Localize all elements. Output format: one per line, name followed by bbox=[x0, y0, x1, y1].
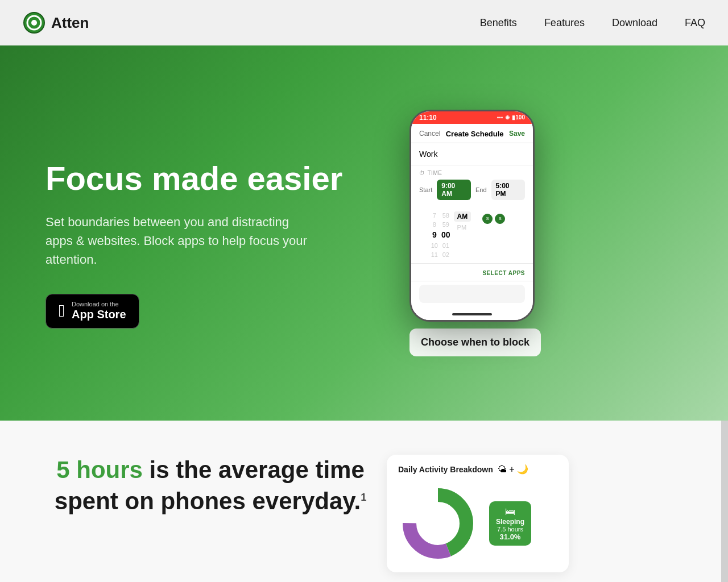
end-time-pill[interactable]: 5:00 PM bbox=[491, 180, 525, 200]
app-store-button[interactable]:  Download on the App Store bbox=[46, 294, 139, 329]
picker-min-02: 02 bbox=[442, 251, 449, 259]
lower-left: 5 hours is the average time spent on pho… bbox=[46, 455, 375, 517]
clock-icon: ⏱ bbox=[419, 170, 425, 176]
picker-min-00: 00 bbox=[441, 230, 450, 240]
sleeping-hours: 7.5 hours bbox=[496, 526, 524, 533]
hero-subtitle: Set boundaries between you and distracti… bbox=[46, 213, 318, 269]
phone-status-bar: 11:10 ▪▪▪ ⊕ ▮100 bbox=[411, 111, 533, 124]
signal-icon: ▪▪▪ bbox=[497, 114, 503, 120]
ampm-picker: AM PM bbox=[454, 211, 471, 259]
picker-hour-10: 10 bbox=[431, 242, 438, 250]
activity-title: Daily Activity Breakdown bbox=[398, 465, 493, 474]
picker-pm: PM bbox=[454, 223, 471, 232]
stat-text: 5 hours is the average time spent on pho… bbox=[46, 455, 375, 517]
day-circles: S S bbox=[474, 211, 513, 259]
phone-caption: Choose when to block bbox=[410, 329, 541, 356]
start-time-pill[interactable]: 9:00 AM bbox=[437, 180, 471, 200]
stat-hours: 5 hours bbox=[56, 456, 143, 483]
chart-legend: 🛏 Sleeping 7.5 hours 31.0% bbox=[489, 501, 531, 546]
nav-faq[interactable]: FAQ bbox=[685, 17, 705, 29]
logo-area: Atten bbox=[23, 11, 89, 34]
phone-caption-text: Choose when to block bbox=[421, 336, 530, 348]
picker-min-58: 58 bbox=[442, 211, 449, 219]
time-picker[interactable]: 7 8 9 10 11 58 59 00 01 02 AM bbox=[411, 209, 533, 264]
day-s1[interactable]: S bbox=[482, 214, 493, 224]
wifi-icon: ⊕ bbox=[505, 114, 510, 120]
status-icons: ▪▪▪ ⊕ ▮100 bbox=[497, 114, 525, 120]
phone-frame: 11:10 ▪▪▪ ⊕ ▮100 Cancel Create Schedule … bbox=[410, 110, 535, 322]
apple-icon:  bbox=[59, 301, 65, 321]
activity-icons: 🌤 + 🌙 bbox=[498, 464, 528, 475]
donut-chart-area: 🛏 Sleeping 7.5 hours 31.0% bbox=[398, 484, 557, 563]
nav-download[interactable]: Download bbox=[612, 17, 657, 29]
hour-picker-col: 7 8 9 10 11 bbox=[431, 211, 438, 259]
atten-logo-icon bbox=[23, 11, 46, 34]
apps-placeholder bbox=[419, 285, 525, 303]
phone-screen: Cancel Create Schedule Save Work ⏱ TIME … bbox=[411, 124, 533, 320]
navbar: Atten Benefits Features Download FAQ bbox=[0, 0, 728, 45]
picker-min-59: 59 bbox=[442, 221, 449, 228]
picker-min-01: 01 bbox=[442, 242, 449, 250]
stat-footnote: 1 bbox=[361, 492, 366, 503]
start-label: Start bbox=[419, 186, 432, 193]
select-apps-btn[interactable]: SELECT APPS bbox=[482, 270, 525, 276]
sleeping-pct: 31.0% bbox=[496, 533, 524, 541]
end-label: End bbox=[475, 186, 487, 193]
picker-hour-11: 11 bbox=[431, 251, 438, 259]
min-picker-col: 58 59 00 01 02 bbox=[441, 211, 450, 259]
day-s2[interactable]: S bbox=[495, 214, 505, 224]
picker-hour-7: 7 bbox=[433, 211, 436, 219]
phone-name-field[interactable]: Work bbox=[411, 143, 533, 165]
nav-links: Benefits Features Download FAQ bbox=[480, 17, 705, 29]
picker-hour-8: 8 bbox=[433, 221, 436, 228]
battery-icon: ▮100 bbox=[512, 114, 525, 120]
nav-benefits[interactable]: Benefits bbox=[480, 17, 517, 29]
donut-chart bbox=[398, 484, 478, 563]
time-start-row: Start 9:00 AM End 5:00 PM bbox=[419, 180, 525, 200]
hero-content: Focus made easier Set boundaries between… bbox=[46, 138, 375, 329]
phone-select-area bbox=[411, 281, 533, 309]
picker-hour-9: 9 bbox=[432, 230, 437, 240]
lower-section: 5 hours is the average time spent on pho… bbox=[0, 421, 728, 582]
app-store-btn-text: Download on the App Store bbox=[72, 301, 126, 321]
sleeping-card: 🛏 Sleeping 7.5 hours 31.0% bbox=[489, 501, 531, 546]
hero-section: Focus made easier Set boundaries between… bbox=[0, 45, 728, 421]
home-indicator bbox=[452, 313, 492, 315]
lower-right: Daily Activity Breakdown 🌤 + 🌙 🛏 Sleepin… bbox=[375, 455, 569, 572]
activity-card-header: Daily Activity Breakdown 🌤 + 🌙 bbox=[398, 464, 557, 475]
hero-title: Focus made easier bbox=[46, 160, 375, 197]
logo-text: Atten bbox=[51, 14, 89, 32]
time-section-label: ⏱ TIME bbox=[419, 170, 525, 176]
phone-time-section: ⏱ TIME Start 9:00 AM End 5:00 PM bbox=[411, 165, 533, 209]
nav-features[interactable]: Features bbox=[544, 17, 585, 29]
svg-point-2 bbox=[31, 20, 37, 26]
phone-field-value: Work bbox=[419, 149, 437, 159]
phone-mockup-area: 11:10 ▪▪▪ ⊕ ▮100 Cancel Create Schedule … bbox=[410, 110, 541, 356]
phone-screen-title: Create Schedule bbox=[446, 130, 504, 138]
phone-home-indicator-area bbox=[411, 309, 533, 320]
phone-cancel-btn[interactable]: Cancel bbox=[419, 130, 440, 138]
select-apps-row: SELECT APPS bbox=[411, 264, 533, 281]
app-store-line2: App Store bbox=[72, 307, 126, 321]
sleeping-icon: 🛏 bbox=[496, 506, 524, 518]
picker-am: AM bbox=[454, 211, 471, 222]
phone-save-btn[interactable]: Save bbox=[509, 130, 525, 138]
sleeping-label: Sleeping bbox=[496, 518, 524, 526]
phone-screen-header: Cancel Create Schedule Save bbox=[411, 124, 533, 143]
status-time: 11:10 bbox=[419, 114, 437, 122]
app-store-line1: Download on the bbox=[72, 301, 126, 307]
activity-card: Daily Activity Breakdown 🌤 + 🌙 🛏 Sleepin… bbox=[387, 455, 569, 572]
